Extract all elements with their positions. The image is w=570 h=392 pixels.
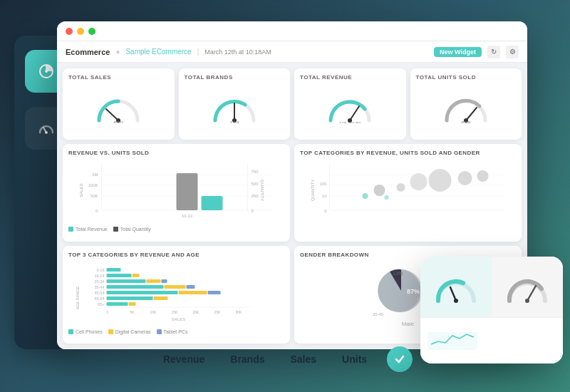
svg-rect-73 [129,302,136,306]
svg-point-48 [385,195,389,200]
refresh-button[interactable]: ↻ [487,46,500,58]
svg-text:0: 0 [107,310,109,314]
svg-rect-59 [162,279,167,283]
svg-point-1 [45,131,48,134]
svg-text:750: 750 [252,170,259,174]
kpi-total-sales-gauge: 620 [68,83,169,134]
toolbar-brand: Ecommerce [66,48,110,56]
svg-point-46 [477,170,489,182]
svg-text:5K: 5K [130,310,135,314]
svg-text:0: 0 [324,209,327,213]
svg-text:10: 10 [322,194,327,198]
svg-text:100K: 100K [88,183,98,187]
svg-point-89 [454,299,458,303]
svg-text:30K: 30K [236,310,243,314]
svg-point-42 [397,183,405,192]
svg-rect-61 [107,285,164,289]
legend-revenue: Total Revenue [68,227,108,232]
kpi-total-brands: TOTAL BRANDS 114 [179,68,291,140]
chart-top-categories: TOP CATEGORIES BY REVENUE, UNITS SOLD AN… [294,144,522,241]
svg-rect-65 [107,291,178,294]
svg-rect-54 [107,274,132,277]
chart-revenue-units: REVENUE vs. UNITS SOLD 0 50K 100K 1M [63,144,290,241]
widget-footer [420,317,563,364]
svg-rect-66 [179,291,207,294]
svg-text:QUANTITY: QUANTITY [260,180,264,201]
svg-text:250: 250 [252,194,259,198]
svg-line-11 [466,108,477,120]
svg-point-0 [45,70,48,73]
svg-text:87%: 87% [407,288,420,295]
svg-text:1M: 1M [92,172,98,177]
main-scene: Ecommerce ● Sample ECommerce | March 12t… [14,14,556,378]
svg-rect-69 [107,296,153,300]
window-titlebar [57,21,527,41]
nav-tab-units[interactable]: Units [336,351,373,368]
svg-text:0: 0 [252,209,254,213]
svg-rect-72 [107,302,128,306]
svg-text:19-24: 19-24 [94,274,104,278]
svg-rect-55 [133,274,140,277]
svg-text:45-54: 45-54 [94,291,104,295]
svg-rect-52 [107,268,121,272]
svg-text:SALES: SALES [172,317,185,321]
svg-text:500: 500 [252,182,259,186]
nav-tab-brands[interactable]: Brands [224,351,270,368]
svg-line-8 [350,106,359,120]
kpi-total-units-gauge: 698 [416,83,517,134]
nav-tab-sales[interactable]: Sales [285,351,323,368]
svg-text:QUANTITY: QUANTITY [311,180,315,201]
nav-check-button[interactable] [387,346,413,372]
legend-quantity: Total Quantity [113,227,151,232]
toolbar-breadcrumb: Sample ECommerce [125,48,191,56]
svg-rect-70 [154,296,168,300]
svg-text:13%: 13% [393,271,403,276]
traffic-light-yellow[interactable] [77,28,84,35]
chart-legend: Total Revenue Total Quantity [68,227,284,232]
traffic-light-green[interactable] [88,28,95,35]
svg-text:25K: 25K [214,310,222,314]
chart-revenue-units-title: REVENUE vs. UNITS SOLD [68,150,284,156]
gender-label-male: Male [402,321,414,327]
svg-text:SALES: SALES [79,184,83,197]
nav-tab-revenue[interactable]: Revenue [157,351,210,368]
kpi-total-brands-gauge: 114 [185,83,285,134]
svg-text:178,450.80: 178,450.80 [339,121,361,123]
svg-text:10-13: 10-13 [182,214,193,218]
chart-top-categories-title: TOP CATEGORIES BY REVENUE, UNITS SOLD AN… [300,150,516,156]
svg-point-45 [458,171,472,185]
chart-age-revenue: TOP 3 CATEGORIES BY REVENUE AND AGE AGE … [63,246,290,344]
svg-text:620: 620 [114,120,124,123]
svg-text:AGE RANGE: AGE RANGE [76,286,80,309]
svg-rect-63 [187,285,195,289]
svg-rect-58 [147,279,161,283]
svg-rect-92 [428,332,477,350]
kpi-total-units: TOTAL UNITS SOLD 698 [410,68,522,140]
kpi-total-revenue-label: TOTAL REVENUE [300,74,352,81]
kpi-total-revenue-gauge: 178,450.80 [300,83,400,134]
svg-point-43 [410,173,428,190]
svg-text:25-34: 25-34 [94,279,104,284]
svg-point-41 [374,185,385,196]
kpi-total-sales: TOTAL SALES 620 [63,68,175,140]
new-widget-button[interactable]: New Widget [434,47,482,57]
svg-text:0-18: 0-18 [96,268,104,272]
toolbar-date: March 12th at 10:18AM [204,48,271,56]
traffic-light-red[interactable] [66,28,73,35]
widget-cell-2 [492,257,563,317]
svg-text:698: 698 [461,120,471,123]
kpi-total-units-label: TOTAL UNITS SOLD [416,74,476,81]
settings-button[interactable]: ⚙ [506,46,519,58]
floating-widget [420,257,563,363]
svg-rect-25 [202,196,223,210]
svg-rect-24 [177,173,198,210]
svg-text:55-64: 55-64 [94,296,104,301]
kpi-row: TOTAL SALES 620 TOTAL BRANDS [63,68,522,140]
charts-row: REVENUE vs. UNITS SOLD 0 50K 100K 1M [63,144,522,241]
svg-point-44 [429,169,452,192]
svg-text:35-44: 35-44 [94,285,104,289]
chart-age-revenue-title: TOP 3 CATEGORIES BY REVENUE AND AGE [68,252,284,258]
svg-text:10K: 10K [150,310,157,314]
svg-line-88 [450,287,456,301]
svg-text:20K: 20K [193,310,200,314]
